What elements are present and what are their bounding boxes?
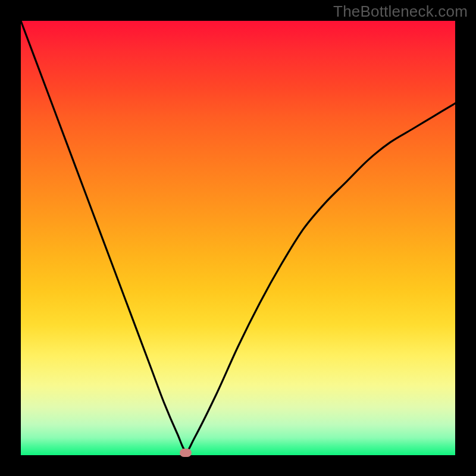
attribution-text: TheBottleneck.com	[333, 2, 468, 21]
bottleneck-curve	[21, 21, 455, 455]
optimal-point-marker	[180, 449, 192, 457]
chart-plot-area	[21, 21, 455, 455]
